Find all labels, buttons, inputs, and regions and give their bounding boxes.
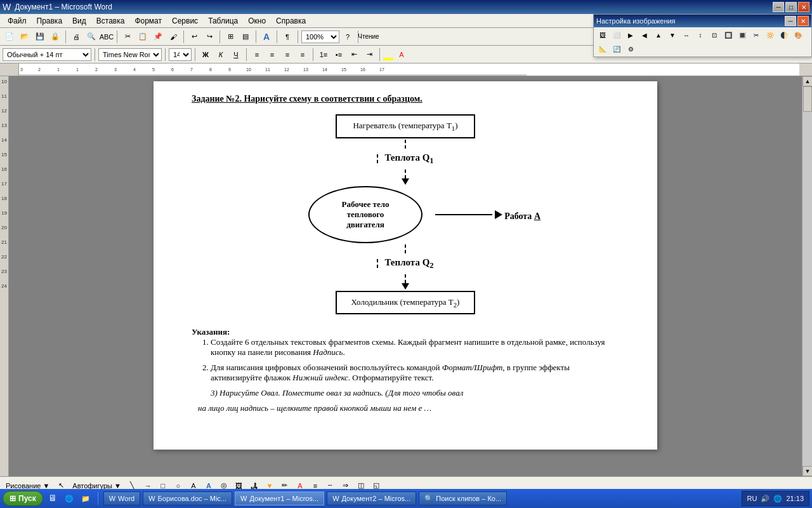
system-tray: RU 🔊 🌐 21:13 <box>742 491 809 506</box>
columns-btn[interactable]: ▤ <box>239 30 252 44</box>
word-art-btn[interactable]: A <box>259 30 273 44</box>
menu-edit[interactable]: Правка <box>32 15 68 27</box>
sep4 <box>219 30 220 43</box>
zoom-help-btn[interactable]: ? <box>341 30 355 44</box>
taskbar-borisova-btn[interactable]: W Борисова.doc – Mic... <box>143 491 232 505</box>
ruler-right-margin <box>799 64 812 76</box>
maximize-button[interactable]: □ <box>785 2 797 12</box>
permission-btn[interactable]: 🔒 <box>48 30 62 44</box>
show-hide-btn[interactable]: ¶ <box>280 30 294 44</box>
undo-btn[interactable]: ↩ <box>187 30 201 44</box>
float-min-btn[interactable]: ─ <box>785 16 796 26</box>
start-button[interactable]: ⊞ Пуск <box>3 491 43 506</box>
menu-tools[interactable]: Сервис <box>167 15 203 27</box>
cut-btn[interactable]: ✂ <box>121 30 134 44</box>
img-btn-10[interactable]: 🔲 <box>722 29 735 41</box>
volume-icon[interactable]: 🔊 <box>761 495 769 503</box>
highlight-btn[interactable] <box>383 58 393 60</box>
taskbar-word-icon: W <box>109 495 115 502</box>
scroll-track[interactable] <box>802 86 812 466</box>
float-title-text: Настройка изображения <box>596 17 676 25</box>
img-btn-17[interactable]: 🔄 <box>610 43 623 55</box>
menu-table[interactable]: Таблица <box>203 15 243 27</box>
copy-btn[interactable]: 📋 <box>136 30 150 44</box>
num-list-btn[interactable]: 1≡ <box>317 48 331 62</box>
img-btn-2[interactable]: ⬜ <box>610 29 623 41</box>
bold-btn[interactable]: Ж <box>199 48 213 62</box>
menu-format[interactable]: Формат <box>129 15 167 27</box>
align-left-btn[interactable]: ≡ <box>250 48 264 62</box>
img-btn-6[interactable]: ▼ <box>666 29 679 41</box>
network-icon[interactable]: 🌐 <box>773 495 782 503</box>
svg-text:2: 2 <box>38 67 41 72</box>
open-btn[interactable]: 📂 <box>18 30 32 44</box>
img-btn-11[interactable]: 🔳 <box>736 29 749 41</box>
instruction-3b: на лицо лиц надпись – щелкните правой кн… <box>198 403 619 413</box>
work-arrow-line <box>435 214 492 215</box>
sep3 <box>183 30 184 43</box>
img-btn-12[interactable]: ✂ <box>750 29 763 41</box>
sep7 <box>298 30 298 43</box>
font-select[interactable]: Times New Roman <box>98 48 162 61</box>
img-btn-5[interactable]: ▲ <box>652 29 665 41</box>
zoom-select[interactable]: 100% <box>301 30 339 43</box>
img-btn-3[interactable]: ▶ <box>624 29 637 41</box>
float-close-btn[interactable]: ✕ <box>797 16 809 26</box>
format-paint-btn[interactable]: 🖌 <box>166 30 180 44</box>
read-btn[interactable]: Чтение <box>362 30 376 44</box>
img-btn-8[interactable]: ↕ <box>694 29 707 41</box>
indent-decrease-btn[interactable]: ⇤ <box>347 48 361 62</box>
align-right-btn[interactable]: ≡ <box>280 48 294 62</box>
bul-list-btn[interactable]: •≡ <box>332 48 346 62</box>
taskbar-search-btn[interactable]: 🔍 Поиск клипов – Ко... <box>419 491 507 505</box>
print-btn[interactable]: 🖨 <box>69 30 83 44</box>
close-button[interactable]: ✕ <box>798 2 809 12</box>
taskbar-doc2-btn[interactable]: W Документ2 – Micros... <box>327 491 416 505</box>
explorer-btn[interactable]: 📁 <box>79 491 93 505</box>
img-btn-7[interactable]: ↔ <box>680 29 693 41</box>
scroll-up-btn[interactable]: ▲ <box>802 76 812 86</box>
size-select[interactable]: 14 <box>169 48 192 61</box>
heater-text: Нагреватель (температура Т1) <box>353 121 457 130</box>
menu-window[interactable]: Окно <box>243 15 271 27</box>
italic-btn[interactable]: К <box>214 48 228 62</box>
style-select[interactable]: Обычный + 14 пт <box>3 48 91 61</box>
start-icon: ⊞ <box>10 494 16 503</box>
scroll-thumb[interactable] <box>803 86 812 112</box>
img-btn-14[interactable]: 🌓 <box>778 29 790 41</box>
taskbar-word-btn[interactable]: W Word <box>103 491 140 505</box>
ie-btn[interactable]: 🌐 <box>62 491 76 505</box>
document-scroll[interactable]: Задание №2. Нарисуйте схему в соответств… <box>9 76 802 476</box>
minimize-button[interactable]: ─ <box>773 2 784 12</box>
underline-btn[interactable]: Ч <box>229 48 243 62</box>
cooler-text: Холодильник (температура Т2) <box>351 297 460 307</box>
spell-btn[interactable]: ABC <box>100 30 114 44</box>
menu-insert[interactable]: Вставка <box>91 15 130 27</box>
preview-btn[interactable]: 🔍 <box>84 30 98 44</box>
menu-file[interactable]: Файл <box>3 15 32 27</box>
font-color-btn[interactable]: A <box>395 48 409 62</box>
indent-increase-btn[interactable]: ⇥ <box>362 48 376 62</box>
justify-btn[interactable]: ≡ <box>296 48 310 62</box>
show-desktop-btn[interactable]: 🖥 <box>46 491 60 505</box>
paste-btn[interactable]: 📌 <box>151 30 165 44</box>
img-btn-16[interactable]: 📐 <box>596 43 609 55</box>
img-btn-15[interactable]: 🎨 <box>792 29 804 41</box>
save-btn[interactable]: 💾 <box>33 30 47 44</box>
menu-help[interactable]: Справка <box>271 15 311 27</box>
img-btn-13[interactable]: 🔆 <box>764 29 776 41</box>
img-btn-4[interactable]: ◀ <box>638 29 651 41</box>
table-btn[interactable]: ⊞ <box>223 30 237 44</box>
svg-text:4: 4 <box>133 67 136 72</box>
new-btn[interactable]: 📄 <box>3 30 16 44</box>
img-btn-1[interactable]: 🖼 <box>596 29 609 41</box>
redo-btn[interactable]: ↪ <box>202 30 216 44</box>
scroll-down-btn[interactable]: ▼ <box>802 466 812 476</box>
img-btn-9[interactable]: ⊡ <box>708 29 721 41</box>
heat2-label-row: Теплота Q2 <box>377 255 433 273</box>
taskbar-doc1-btn[interactable]: W Документ1 – Micros... <box>235 491 324 505</box>
align-center-btn[interactable]: ≡ <box>265 48 279 62</box>
menu-view[interactable]: Вид <box>67 15 91 27</box>
img-btn-18[interactable]: ⚙ <box>624 43 637 55</box>
lang-indicator[interactable]: RU <box>747 495 757 502</box>
